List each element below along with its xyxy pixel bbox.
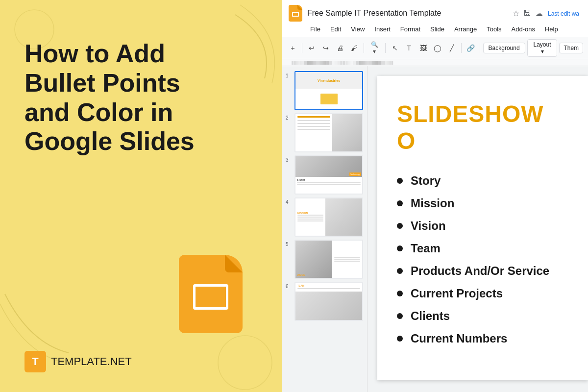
menu-edit[interactable]: Edit: [326, 24, 345, 34]
menu-slide[interactable]: Slide: [426, 24, 448, 34]
toolbar: + ↩ ↪ 🖨 🖌 🔍 ▾ ↖ T 🖼 ◯ ╱ 🔗 Background Lay…: [282, 37, 588, 59]
save-icon[interactable]: 🖫: [523, 9, 531, 18]
slide-4-content: MISSION: [295, 198, 362, 236]
slide-item-3[interactable]: 3 Technology STORY: [286, 155, 363, 195]
bullet-dot-story: [397, 178, 403, 184]
slide-6-line: [297, 288, 360, 289]
menu-arrange[interactable]: Arrange: [450, 24, 481, 34]
undo-btn[interactable]: ↩: [305, 42, 318, 54]
menu-tools[interactable]: Tools: [483, 24, 505, 34]
slide-thumb-1[interactable]: Vinendustries: [294, 71, 363, 110]
slide-number-2: 2: [286, 115, 292, 121]
print-btn[interactable]: 🖨: [334, 42, 346, 54]
canvas-area: SLIDESHOW O Story Mission Vision: [368, 66, 588, 392]
title-bar: Free Sample IT Presentation Template ☆ 🖫…: [282, 0, 588, 37]
slide-4-right: [325, 198, 362, 236]
layout-button[interactable]: Layout ▾: [527, 39, 558, 57]
menu-help[interactable]: Help: [541, 24, 562, 34]
slide-2-content: [295, 114, 362, 151]
divider-4: [461, 43, 462, 53]
slide-4-left: MISSION: [295, 210, 325, 224]
google-slides-logo: [289, 5, 302, 22]
background-button[interactable]: Background: [483, 43, 525, 53]
menu-insert[interactable]: Insert: [370, 24, 394, 34]
divider-5: [480, 43, 480, 53]
menu-addons[interactable]: Add-ons: [508, 24, 539, 34]
slide-3-top: Technology: [295, 156, 362, 177]
menu-format[interactable]: Format: [396, 24, 424, 34]
divider-2: [364, 43, 364, 53]
slide-item-6[interactable]: 6 TEAM: [286, 282, 363, 321]
menu-file[interactable]: File: [306, 24, 324, 34]
slide-1-brand: Vinendustries: [318, 79, 340, 82]
slide-item-1[interactable]: 1 Vinendustries: [286, 71, 363, 110]
bullet-list: Story Mission Vision Team: [397, 174, 568, 345]
slide-5-vision: VISION: [297, 273, 305, 276]
bottom-area: T TEMPLATE.NET: [24, 351, 257, 372]
slide-5-line-3: [334, 261, 360, 262]
slide-1-yellow-box: [320, 94, 338, 104]
title-icons: ☆ 🖫 ☁: [513, 9, 543, 18]
slide-3-bottom: STORY: [295, 177, 362, 187]
slide-6-bottom: [295, 292, 362, 320]
slide-item-2[interactable]: 2: [286, 113, 363, 152]
zoom-btn[interactable]: 🔍 ▾: [367, 42, 382, 54]
slides-doc-icon: [179, 255, 243, 333]
bullet-label-clients: Clients: [411, 309, 450, 323]
slide-5-left: VISION: [295, 241, 332, 278]
text-btn[interactable]: T: [403, 42, 415, 54]
bullet-dot-mission: [397, 200, 403, 206]
bullet-dot-team: [397, 245, 403, 251]
slide-3-content: Technology STORY: [295, 156, 362, 194]
paint-format-btn[interactable]: 🖌: [348, 42, 360, 54]
slide-5-content: VISION: [295, 241, 362, 278]
right-panel: Free Sample IT Presentation Template ☆ 🖫…: [282, 0, 588, 392]
menu-view[interactable]: View: [347, 24, 368, 34]
ruler-tick: ||||||||||||||||||||||||||||||||||||||||…: [282, 60, 393, 65]
bullet-label-projects: Current Projects: [411, 287, 503, 300]
slide-number-4: 4: [286, 199, 292, 205]
cloud-icon[interactable]: ☁: [535, 9, 543, 18]
slide-thumb-5[interactable]: VISION: [294, 240, 363, 279]
logo-inner: [292, 12, 299, 17]
slide-3-line-1: [297, 182, 361, 183]
slide-thumb-6[interactable]: TEAM: [294, 282, 363, 321]
slide-5-line-1: [334, 257, 360, 258]
slide-3-story: STORY: [297, 178, 361, 181]
slide-4-lines: [297, 215, 323, 221]
star-icon[interactable]: ☆: [513, 9, 519, 18]
link-btn[interactable]: 🔗: [464, 42, 476, 54]
slide-6-content: TEAM: [295, 283, 362, 320]
bullet-label-products: Products And/Or Service: [411, 264, 549, 278]
add-btn[interactable]: +: [287, 42, 299, 54]
redo-btn[interactable]: ↪: [319, 42, 332, 54]
slide-thumb-4[interactable]: MISSION: [294, 197, 363, 237]
template-logo-icon: T: [24, 351, 46, 372]
slide-canvas[interactable]: SLIDESHOW O Story Mission Vision: [377, 76, 588, 380]
doc-title[interactable]: Free Sample IT Presentation Template: [307, 9, 508, 18]
bullet-label-story: Story: [411, 174, 441, 188]
template-logo: T TEMPLATE.NET: [24, 351, 132, 372]
slide-5-line-2: [334, 259, 360, 260]
slide-3-label: Technology: [349, 172, 361, 176]
main-title: How to Add Bullet Points and Color in Go…: [24, 39, 195, 156]
image-btn[interactable]: 🖼: [417, 42, 429, 54]
slide-1-content: Vinendustries: [295, 72, 362, 109]
cursor-btn[interactable]: ↖: [389, 42, 401, 54]
slide-item-5[interactable]: 5 VISION: [286, 240, 363, 279]
bullet-item-products: Products And/Or Service: [397, 264, 568, 278]
line-btn[interactable]: ╱: [445, 42, 458, 54]
slide-number-3: 3: [286, 157, 292, 163]
slide-item-4[interactable]: 4 MISSION: [286, 197, 363, 237]
divider-3: [385, 43, 386, 53]
bullet-dot-products: [397, 268, 403, 274]
shape-btn[interactable]: ◯: [431, 42, 443, 54]
slide-2-right: [332, 114, 362, 151]
bullet-item-clients: Clients: [397, 309, 568, 323]
ruler-horizontal: ||||||||||||||||||||||||||||||||||||||||…: [282, 59, 588, 66]
slide-thumb-3[interactable]: Technology STORY: [294, 155, 363, 195]
slide-thumb-2[interactable]: [294, 113, 363, 152]
slide-6-top: TEAM: [295, 283, 362, 292]
theme-button[interactable]: Them: [559, 43, 583, 53]
slide-number-1: 1: [286, 73, 292, 78]
